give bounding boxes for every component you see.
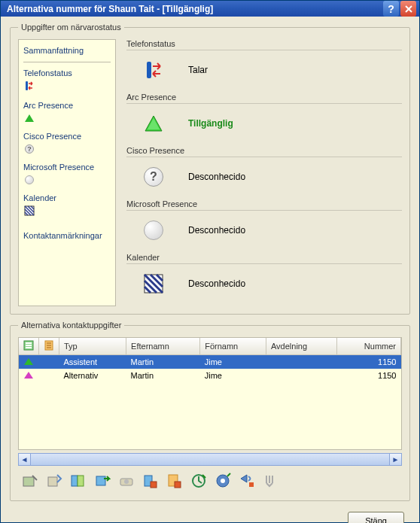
scroll-left-button[interactable]: ◄ [18,453,31,466]
row-nummer: 1150 [337,355,401,369]
svg-point-17 [124,479,129,484]
tool-icon-2[interactable] [45,472,63,490]
row-avdelning [266,369,336,382]
row-efternamn: Martin [126,369,200,382]
svg-rect-8 [26,345,32,346]
arc-group-label: Arc Presence [126,93,402,102]
svg-point-24 [221,479,225,483]
svg-rect-21 [175,482,181,488]
col-icon1[interactable] [19,338,39,355]
svg-rect-9 [26,347,32,348]
table-row[interactable]: AlternativMartinJime1150 [19,369,401,382]
svg-rect-15 [96,476,105,485]
svg-rect-14 [78,476,84,486]
cisco-group-label: Cisco Presence [126,146,402,155]
tool-icon-10[interactable] [238,472,256,490]
microsoft-presence-icon [23,174,35,186]
scroll-track[interactable] [31,453,389,466]
sidebar-summary-item[interactable]: Sammanfattning [23,46,111,55]
tool-icon-11[interactable] [262,472,280,490]
scroll-right-button[interactable]: ► [389,453,402,466]
microsoft-big-icon [142,218,166,242]
row-presence-icon [19,369,39,382]
alt-contacts-table: Typ Efternamn Förnamn Avdelning Nummer A… [19,338,401,382]
col-nummer[interactable]: Nummer [337,338,401,355]
svg-rect-7 [26,342,32,344]
telefon-status-value: Talar [188,65,208,75]
close-window-button[interactable] [400,1,416,17]
kalender-group-label: Kalender [126,253,402,262]
sidebar-item-telefonstatus[interactable]: Telefonstatus [23,68,111,78]
tool-icon-7[interactable] [166,472,184,490]
arc-big-icon [142,111,166,135]
kalender-status-value: Desconhecido [188,278,245,289]
tool-icon-5[interactable] [117,472,135,490]
horizontal-scrollbar[interactable]: ◄ ► [18,453,402,466]
row-typ: Alternativ [59,369,126,382]
svg-rect-12 [48,477,57,486]
tool-icon-3[interactable] [69,472,87,490]
action-toolbar [18,466,402,493]
svg-rect-13 [72,476,78,486]
row-fornamn: Jime [200,369,266,382]
col-efternamn[interactable]: Efternamn [126,338,200,355]
row-efternamn: Martin [126,355,200,369]
row-presence-icon [19,355,39,369]
cisco-big-icon: ? [142,165,166,189]
arc-status-value: Tillgänglig [188,118,233,129]
svg-rect-0 [26,81,28,90]
row-nummer: 1150 [337,369,401,382]
dialog-window: Alternativa nummer för Shaun Tait - [Til… [0,0,420,523]
col-fornamn[interactable]: Förnamn [200,338,266,355]
presence-group-label: Uppgifter om närvarostatus [18,23,124,32]
tool-icon-1[interactable] [21,472,39,490]
tool-icon-6[interactable] [142,472,160,490]
sidebar-item-notes[interactable]: Kontaktanmärkningar [23,231,111,240]
microsoft-group-label: Microsoft Presence [126,199,402,208]
presence-details: Telefonstatus Talar [123,39,402,306]
col-typ[interactable]: Typ [59,338,126,355]
telefon-big-icon [142,58,166,82]
microsoft-status-value: Desconhecido [188,225,245,236]
row-note-icon [39,355,59,369]
presence-group: Uppgifter om närvarostatus Sammanfattnin… [10,23,410,315]
tool-icon-8[interactable] [190,472,208,490]
svg-rect-25 [249,482,254,487]
kalender-big-icon [142,272,166,296]
sidebar-item-microsoft[interactable]: Microsoft Presence [23,163,111,172]
titlebar: Alternativa nummer för Shaun Tait - [Til… [1,1,419,17]
close-button[interactable]: Stäng [348,512,404,523]
sidebar-item-cisco[interactable]: Cisco Presence [23,132,111,141]
arc-presence-icon [23,112,35,124]
row-fornamn: Jime [200,355,266,369]
telefon-group-label: Telefonstatus [126,39,402,48]
row-avdelning [266,355,336,369]
row-note-icon [39,369,59,382]
alt-contacts-table-wrap: Typ Efternamn Förnamn Avdelning Nummer A… [18,337,402,450]
table-row[interactable]: AssistentMartinJime1150 [19,355,401,369]
sidebar-item-kalender[interactable]: Kalender [23,193,111,202]
col-avdelning[interactable]: Avdelning [266,338,336,355]
sidebar-item-arc[interactable]: Arc Presence [23,101,111,110]
window-title: Alternativa nummer för Shaun Tait - [Til… [7,4,382,14]
telefon-icon [23,80,35,92]
kalender-icon [23,205,35,217]
cisco-presence-icon: ? [23,143,35,155]
svg-rect-11 [23,477,34,486]
help-button[interactable]: ? [383,1,399,17]
row-typ: Assistent [59,355,126,369]
alt-contacts-label: Alternativa kontaktuppgifter [18,321,124,330]
presence-sidebar: Sammanfattning Telefonstatus [18,39,116,306]
svg-rect-2 [147,62,151,78]
alt-contacts-group: Alternativa kontaktuppgifter Typ Efte [10,321,410,501]
svg-rect-19 [151,482,157,488]
cisco-status-value: Desconhecido [188,172,245,182]
tool-icon-9[interactable] [214,472,232,490]
col-icon2[interactable] [39,338,59,355]
tool-icon-4[interactable] [93,472,111,490]
